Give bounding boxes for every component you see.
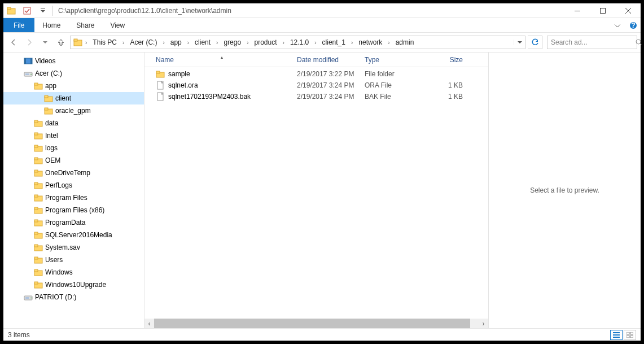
scroll-left-icon[interactable]: ‹ <box>144 319 154 328</box>
chevron-right-icon[interactable]: › <box>214 40 220 46</box>
tree-node[interactable]: logs <box>3 142 144 154</box>
folder-icon <box>34 193 43 202</box>
tree-node[interactable]: Intel <box>3 129 144 142</box>
tree-node[interactable]: ProgramData <box>3 216 144 229</box>
tree-node[interactable]: OEM <box>3 154 144 167</box>
tree-node[interactable]: Users <box>3 254 144 266</box>
folder-icon <box>44 106 53 115</box>
ribbon-expand-icon[interactable] <box>609 18 626 32</box>
search-box[interactable] <box>547 36 637 49</box>
thumbnails-view-button[interactable] <box>624 330 636 340</box>
chevron-right-icon[interactable]: › <box>120 40 126 46</box>
tree-node[interactable]: data <box>3 117 144 129</box>
breadcrumb-segment[interactable]: app <box>167 36 185 49</box>
svg-point-17 <box>30 74 32 75</box>
tree-node[interactable]: Program Files (x86) <box>3 204 144 216</box>
svg-rect-5 <box>600 8 605 13</box>
address-bar[interactable]: › This PC›Acer (C:)›app›client›grego›pro… <box>70 36 525 49</box>
svg-rect-45 <box>34 245 38 247</box>
chevron-right-icon[interactable]: › <box>160 40 167 46</box>
column-name[interactable]: ▴Name <box>151 56 292 64</box>
refresh-button[interactable] <box>528 36 542 49</box>
svg-rect-13 <box>24 58 26 64</box>
file-name: sqlnet1702193PM2403.bak <box>168 93 251 101</box>
column-type[interactable]: Type <box>360 56 428 64</box>
tree-node-label: client <box>55 94 71 102</box>
tab-home[interactable]: Home <box>34 18 68 32</box>
tab-share[interactable]: Share <box>68 18 102 32</box>
breadcrumb-segment[interactable]: admin <box>392 36 418 49</box>
chevron-right-icon[interactable]: › <box>281 40 287 46</box>
file-row[interactable]: sqlnet.ora2/19/2017 3:24 PMORA File1 KB <box>144 80 488 91</box>
tree-node[interactable]: app <box>3 80 144 92</box>
column-date[interactable]: Date modified <box>292 56 360 64</box>
svg-rect-63 <box>630 332 633 334</box>
breadcrumb-segment[interactable]: client_1 <box>319 36 349 49</box>
chevron-right-icon[interactable]: › <box>349 40 355 46</box>
tree-node-label: Program Files <box>45 194 87 202</box>
breadcrumb-segment[interactable]: network <box>355 36 385 49</box>
folder-icon <box>34 119 43 128</box>
separator <box>52 6 52 16</box>
tree-node[interactable]: Videos <box>3 55 144 67</box>
folder-icon <box>34 131 43 140</box>
file-row[interactable]: sample2/19/2017 3:22 PMFile folder <box>144 68 488 80</box>
scrollbar-thumb[interactable] <box>154 319 470 328</box>
address-dropdown-icon[interactable] <box>514 40 525 45</box>
svg-rect-29 <box>34 145 38 147</box>
folder-icon <box>44 94 53 103</box>
maximize-button[interactable] <box>590 3 615 18</box>
quick-access-toolbar <box>19 5 49 16</box>
tree-node[interactable]: Acer (C:) <box>3 67 144 80</box>
chevron-right-icon[interactable]: › <box>312 40 318 46</box>
tree-node[interactable]: oracle_gpm <box>3 104 144 117</box>
properties-icon[interactable] <box>21 5 33 16</box>
tab-view[interactable]: View <box>102 18 133 32</box>
breadcrumb-segment[interactable]: Acer (C:) <box>126 36 160 49</box>
help-icon[interactable]: ? <box>626 18 641 32</box>
tree-node[interactable]: PATRIOT (D:) <box>3 291 144 303</box>
file-row[interactable]: sqlnet1702193PM2403.bak2/19/2017 3:24 PM… <box>144 91 488 102</box>
tree-node[interactable]: PerfLogs <box>3 179 144 191</box>
tree-node[interactable]: OneDriveTemp <box>3 167 144 179</box>
forward-button[interactable] <box>23 36 36 49</box>
recent-dropdown-icon[interactable] <box>38 36 52 49</box>
tree-node-label: Users <box>45 256 63 264</box>
breadcrumb-segment[interactable]: product <box>251 36 281 49</box>
breadcrumb-segment[interactable]: This PC <box>89 36 120 49</box>
chevron-right-icon[interactable]: › <box>185 40 191 46</box>
minimize-button[interactable] <box>564 3 590 18</box>
navigation-tree[interactable]: VideosAcer (C:)appclientoracle_gpmdataIn… <box>3 53 144 328</box>
tree-node[interactable]: System.sav <box>3 241 144 254</box>
tree-node[interactable]: Windows10Upgrade <box>3 278 144 291</box>
tree-node[interactable]: SQLServer2016Media <box>3 229 144 241</box>
column-size[interactable]: Size <box>428 56 467 64</box>
tree-node[interactable]: Program Files <box>3 191 144 204</box>
svg-rect-23 <box>45 108 48 110</box>
horizontal-scrollbar[interactable]: ‹ › <box>144 319 488 328</box>
tab-file[interactable]: File <box>3 18 34 32</box>
folder-icon <box>34 218 43 227</box>
back-button[interactable] <box>7 36 20 49</box>
chevron-right-icon[interactable]: › <box>244 40 251 46</box>
close-button[interactable] <box>615 3 641 18</box>
drive-icon <box>24 69 33 78</box>
qat-dropdown-icon[interactable] <box>37 5 49 16</box>
details-view-button[interactable] <box>610 330 623 340</box>
up-button[interactable] <box>54 36 68 49</box>
breadcrumb-segment[interactable]: 12.1.0 <box>287 36 312 49</box>
svg-rect-47 <box>34 257 38 259</box>
tree-node[interactable]: Windows <box>3 266 144 278</box>
folder-icon <box>34 156 43 165</box>
chevron-right-icon[interactable]: › <box>83 40 89 46</box>
chevron-right-icon[interactable]: › <box>385 40 392 46</box>
breadcrumb-segment[interactable]: client <box>191 36 214 49</box>
file-rows[interactable]: sample2/19/2017 3:22 PMFile foldersqlnet… <box>144 67 488 319</box>
breadcrumb-segment[interactable]: grego <box>220 36 244 49</box>
search-input[interactable] <box>551 38 636 46</box>
tree-node-label: Windows <box>45 268 73 276</box>
scroll-right-icon[interactable]: › <box>479 319 488 328</box>
tree-node-label: data <box>45 119 58 127</box>
tree-node-label: Acer (C:) <box>35 69 62 77</box>
tree-node[interactable]: client <box>3 92 144 104</box>
